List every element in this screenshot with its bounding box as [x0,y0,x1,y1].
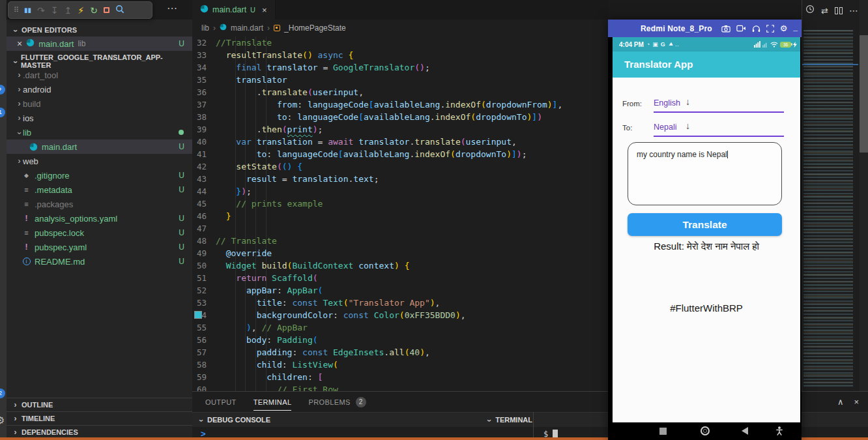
tree-item-label: main.dart [42,142,77,152]
tree-item-build[interactable]: ›build [7,96,192,111]
close-icon[interactable]: × [262,5,267,15]
line-number: 37 [192,98,216,111]
fullscreen-icon[interactable] [766,25,774,33]
tree-item-label: .metadata [35,185,72,195]
drag-handle-icon[interactable]: ⠿ [14,7,18,14]
code-editor[interactable]: 32//Translate33 resultTranslate() async … [192,37,608,391]
android-nav-bar[interactable] [613,422,800,440]
tree-item-android[interactable]: ›android [7,82,192,96]
settings-gear-icon[interactable]: ⚙ [0,415,5,426]
tree-item-pubspec-lock[interactable]: ≡pubspec.lockU [7,226,192,240]
project-root-header[interactable]: › FLUTTER_GOOGLE_TRANSLATOR_APP-MASTER [7,54,192,68]
hot-reload-icon[interactable]: ⚡ [78,6,84,15]
dependencies-section[interactable]: › DEPENDENCIES [7,425,192,439]
file-tree[interactable]: ›.dart_tool›android›build›ios›libmain.da… [7,68,192,269]
open-editors-header[interactable]: › OPEN EDITORS [7,23,192,37]
scrcpy-window[interactable]: Redmi Note_8_Pro ⚙ _ 4:04 PM ◔ [608,20,802,440]
scrcpy-titlebar[interactable]: Redmi Note_8_Pro ⚙ _ [608,20,802,37]
code-line: 43 result = translation.text; [192,173,608,185]
panel-split-divider[interactable] [533,412,534,440]
code-line: 52 appBar: AppBar( [192,284,608,297]
close-panel-icon[interactable]: × [854,397,859,407]
breadcrumb-file[interactable]: main.dart [231,23,263,33]
code-line: 46 } [192,210,608,222]
line-number: 59 [192,371,216,383]
scrollbar-thumb[interactable] [860,35,868,153]
step-out-icon: ↥ [65,6,72,15]
pause-icon[interactable]: ▮▮ [24,7,31,14]
tree-item-analysis-options-yaml[interactable]: !analysis_options.yamlU [7,211,192,226]
hashtag-text: #FlutterWithBRP [613,302,800,314]
from-dropdown[interactable]: English [654,98,680,108]
code-line: 55 ), // AppBar [192,321,608,334]
tree-item-web[interactable]: ›web [7,154,192,168]
class-symbol-icon [274,25,280,31]
debug-toolbar[interactable]: ⠿ ▮▮ ↷ ↧ ↥ ⚡ ↻ [8,1,152,19]
close-icon[interactable]: × [17,38,22,49]
tab-problems[interactable]: PROBLEMS2 [308,392,366,411]
tree-item--packages[interactable]: ≡.packages [7,197,192,211]
editor-tab-bar[interactable]: main.dart U × [192,0,608,20]
code-line: 41 to: languageCode[availableLang.indexO… [192,148,608,160]
translate-input[interactable]: my country name is Nepal [628,142,782,205]
breadcrumb[interactable]: lib › main.dart › _HomePageState [192,20,608,37]
screen-record-icon[interactable] [736,25,746,32]
tree-item-ios[interactable]: ›ios [7,111,192,125]
to-label: To: [622,124,632,132]
restart-icon[interactable]: ↻ [90,6,98,15]
activity-bar[interactable]: + 1 2 ⚙ [0,0,7,440]
outline-section[interactable]: › OUTLINE [7,398,192,411]
translate-button[interactable]: Translate [628,213,782,236]
tree-item-main-dart[interactable]: main.dartU [7,139,192,154]
accessibility-icon[interactable] [775,426,783,438]
split-editor-icon[interactable] [835,7,843,14]
home-icon[interactable] [701,426,710,435]
code-line: 60 // First Row [192,383,608,391]
back-icon[interactable] [742,427,748,435]
tree-item--gitignore[interactable]: ◆.gitignoreU [7,168,192,183]
charging-bolt-icon [793,38,797,50]
tab-terminal[interactable]: TERMINAL [253,393,292,411]
compare-changes-icon[interactable]: ⇄ [821,6,828,16]
settings-gear-icon[interactable]: ⚙ [780,23,788,33]
git-status-badge: U [179,214,184,223]
breadcrumb-lib[interactable]: lib [201,23,209,33]
explorer-sidebar[interactable]: › OPEN EDITORS × main.dart lib U › FLUTT… [7,20,192,440]
code-line: 59 children: [ [192,371,608,383]
minimap[interactable] [803,30,853,389]
debug-console-header[interactable]: › DEBUG CONSOLE [197,415,270,424]
stop-icon[interactable] [104,7,109,13]
git-status-badge: U [179,242,184,252]
tree-item-pubspec-yaml[interactable]: !pubspec.yamlU [7,240,192,254]
phone-screen[interactable]: 4:04 PM ◔ ▣ G ◀ ‥ [613,37,800,440]
warn-file-icon: ! [22,214,31,223]
tree-item--metadata[interactable]: ≡.metadataU [7,183,192,197]
tab-main-dart[interactable]: main.dart U × [192,0,276,20]
audio-headset-icon[interactable] [752,25,760,33]
color-preview-swatch[interactable] [194,311,202,319]
tree-item-label: .gitignore [35,171,69,181]
chevron-right-icon: › [12,428,19,437]
tree-item-lib[interactable]: ›lib [7,125,192,139]
line-number: 51 [192,272,216,284]
to-dropdown[interactable]: Nepali [654,123,676,132]
more-actions-icon[interactable]: ⋯ [167,2,177,14]
tab-output[interactable]: OUTPUT [205,393,237,410]
maximize-panel-icon[interactable]: ∧ [837,397,844,407]
history-icon[interactable] [805,5,815,16]
screenshot-camera-icon[interactable] [721,25,731,33]
tree-item--dart-tool[interactable]: ›.dart_tool [7,68,192,82]
breadcrumb-symbol[interactable]: _HomePageState [284,23,346,33]
minimize-icon[interactable]: _ [793,25,798,29]
more-actions-icon[interactable]: ⋯ [849,5,858,16]
step-into-icon: ↧ [51,6,59,15]
recents-icon[interactable] [659,428,667,435]
tree-item-readme-md[interactable]: iREADME.mdU [7,254,192,269]
timeline-section[interactable]: › TIMELINE [7,411,192,425]
terminal-header[interactable]: › TERMINAL [485,415,532,424]
widget-inspector-icon[interactable] [115,5,124,16]
right-editor-strip: ⇄ ⋯ [802,0,868,391]
dropdown-arrow-icon[interactable]: ↓ [686,121,690,131]
open-editor-item[interactable]: × main.dart lib U [7,37,192,51]
dropdown-arrow-icon[interactable]: ↓ [686,96,690,107]
